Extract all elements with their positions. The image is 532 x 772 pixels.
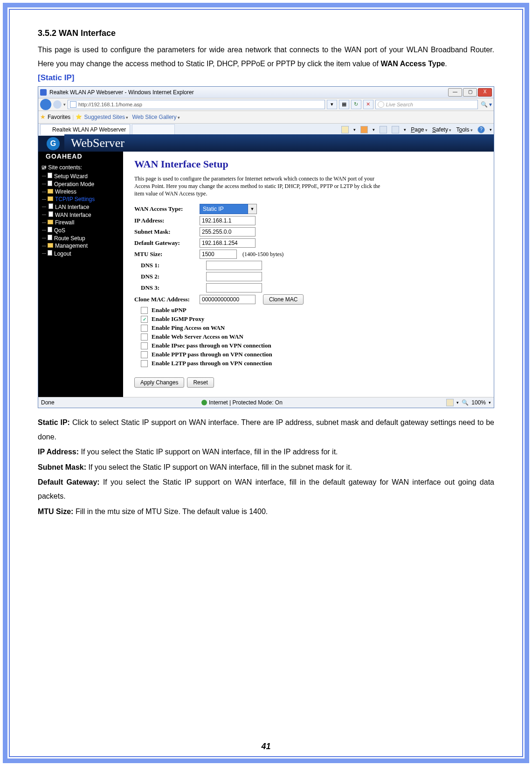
internet-zone-icon (201, 400, 207, 405)
web-slice-link[interactable]: Web Slice Gallery (132, 114, 180, 120)
favorites-row: ★ Favorites | ⭐ Suggested Sites Web Slic… (38, 111, 494, 123)
tree-tcpip-settings[interactable]: TCP/IP Settings (41, 195, 120, 203)
default-gateway-input[interactable] (200, 238, 256, 248)
protected-mode-icon[interactable] (446, 399, 454, 406)
safety-menu[interactable]: Safety (432, 126, 452, 133)
clone-mac-input[interactable] (200, 295, 256, 304)
enable-ping-wan-checkbox[interactable] (141, 325, 148, 332)
address-bar[interactable]: http://192.168.1.1/home.asp (68, 100, 325, 109)
search-placeholder: Live Search (386, 102, 413, 107)
ip-address-input[interactable] (200, 216, 256, 225)
enable-ping-wan-label: Enable Ping Access on WAN (152, 324, 225, 332)
tree-management[interactable]: Management (41, 242, 120, 250)
wan-access-type-select[interactable]: Static IP (200, 204, 248, 214)
status-bar: Done Internet | Protected Mode: On ▾ 🔍 1… (38, 397, 494, 408)
def-subnet-mask: Subnet Mask: If you select the Static IP… (38, 460, 494, 474)
def-mtu-size: MTU Size: Fill in the mtu size of MTU Si… (38, 505, 494, 519)
dns2-input[interactable] (206, 272, 262, 281)
back-button[interactable] (40, 99, 51, 110)
logo-row: G WebServer (38, 136, 494, 152)
tree-firewall[interactable]: Firewall (41, 219, 120, 226)
section-heading: 3.5.2 WAN Interface (38, 28, 494, 38)
enable-webserver-wan-checkbox[interactable] (141, 334, 148, 341)
ie-icon (40, 89, 47, 96)
tree-setup-wizard[interactable]: Setup Wizard (41, 172, 120, 180)
tab-title: Realtek WLAN AP Webserver (52, 126, 126, 133)
intro-paragraph: This page is used to configure the param… (38, 43, 494, 71)
tree-operation-mode[interactable]: Operation Mode (41, 180, 120, 188)
label-ip-address: IP Address: (134, 217, 200, 224)
enable-pptp-checkbox[interactable] (141, 351, 148, 358)
home-icon[interactable] (341, 126, 349, 133)
page-number: 41 (10, 742, 522, 751)
tree-qos[interactable]: QoS (41, 226, 120, 234)
chevron-down-icon[interactable]: ▼ (248, 204, 257, 214)
label-dns3: DNS 3: (134, 284, 206, 292)
def-ip-address: IP Address: If you select the Static IP … (38, 445, 494, 459)
content-panel: WAN Interface Setup This page is used to… (123, 152, 494, 397)
label-clone-mac: Clone MAC Address: (134, 296, 200, 303)
tree-lan-interface[interactable]: LAN Interface (41, 203, 120, 211)
label-dns2: DNS 2: (134, 273, 206, 280)
zoom-dropdown-icon[interactable]: ▾ (489, 400, 491, 405)
favorites-label[interactable]: Favorites (48, 114, 70, 120)
tab-row: Realtek WLAN AP Webserver ▾ ▾ ▾ PPageage… (38, 123, 494, 136)
help-icon[interactable]: ? (477, 126, 485, 133)
stop-button[interactable]: ✕ (363, 100, 373, 109)
enable-l2tp-label: Enable L2TP pass through on VPN connecti… (152, 360, 272, 367)
sidebar: GOAHEAD 🖳 Site contents: Setup Wizard Op… (38, 152, 123, 397)
webserver-banner: WebServer (64, 134, 494, 153)
label-default-gateway: Default Gateway: (134, 239, 200, 247)
dns1-input[interactable] (206, 261, 262, 270)
forward-button[interactable] (53, 100, 62, 109)
mail-icon[interactable] (380, 126, 387, 133)
enable-l2tp-checkbox[interactable] (141, 360, 148, 367)
enable-igmp-label: Enable IGMP Proxy (152, 315, 204, 323)
print-icon[interactable] (392, 126, 399, 133)
feeds-icon[interactable] (360, 126, 368, 133)
enable-pptp-label: Enable PPTP pass through on VPN connecti… (152, 351, 272, 358)
suggested-sites-link[interactable]: Suggested Sites (84, 114, 128, 120)
browser-window: Realtek WLAN AP Webserver - Windows Inte… (38, 86, 494, 409)
tools-menu[interactable]: Tools (456, 126, 473, 133)
mtu-hint: (1400-1500 bytes) (242, 251, 283, 258)
label-dns1: DNS 1: (134, 262, 206, 269)
browser-tab[interactable]: Realtek WLAN AP Webserver (40, 124, 130, 135)
favorites-star-icon[interactable]: ★ (40, 113, 46, 120)
enable-igmp-checkbox[interactable] (141, 316, 148, 323)
url-text: http://192.168.1.1/home.asp (78, 102, 142, 107)
mtu-size-input[interactable] (200, 250, 237, 259)
addr-dropdown-icon[interactable]: ▾ (327, 100, 337, 109)
maximize-button[interactable]: ▢ (463, 88, 477, 97)
search-go-icon[interactable]: 🔍 ▾ (481, 101, 492, 108)
apply-changes-button[interactable]: Apply Changes (134, 377, 184, 388)
page-menu[interactable]: PPageage (411, 126, 428, 133)
tree-wan-interface[interactable]: WAN Interface (41, 211, 120, 219)
compat-view-icon[interactable]: ▦ (339, 100, 349, 109)
history-dropdown-icon[interactable]: ▾ (63, 102, 66, 107)
def-static-ip: Static IP: Click to select Static IP sup… (38, 416, 494, 444)
label-subnet-mask: Subnet Mask: (134, 228, 200, 236)
tree-route-setup[interactable]: Route Setup (41, 234, 120, 242)
clone-mac-button[interactable]: Clone MAC (263, 294, 304, 305)
enable-upnp-label: Enable uPNP (152, 306, 187, 314)
enable-ipsec-checkbox[interactable] (141, 342, 148, 349)
zoom-level[interactable]: 100% (471, 399, 486, 406)
page-icon (70, 101, 76, 108)
refresh-button[interactable]: ↻ (351, 100, 361, 109)
close-button[interactable]: X (478, 88, 492, 97)
subnet-mask-input[interactable] (200, 227, 256, 236)
app-area: G WebServer GOAHEAD 🖳 Site contents: Set… (38, 136, 494, 397)
reset-button[interactable]: Reset (187, 377, 214, 388)
enable-webserver-wan-label: Enable Web Server Access on WAN (152, 333, 243, 341)
tree-logout[interactable]: Logout (41, 250, 120, 257)
status-left: Done (41, 399, 200, 406)
search-box[interactable]: Live Search (375, 100, 478, 109)
minimize-button[interactable]: — (448, 88, 462, 97)
tree-wireless[interactable]: Wireless (41, 188, 120, 195)
dns3-input[interactable] (206, 283, 262, 292)
zoom-icon[interactable]: 🔍 (462, 399, 469, 406)
new-tab-button[interactable] (132, 124, 175, 135)
enable-upnp-checkbox[interactable] (141, 307, 148, 314)
favorites-add-icon[interactable]: ⭐ (76, 114, 82, 120)
